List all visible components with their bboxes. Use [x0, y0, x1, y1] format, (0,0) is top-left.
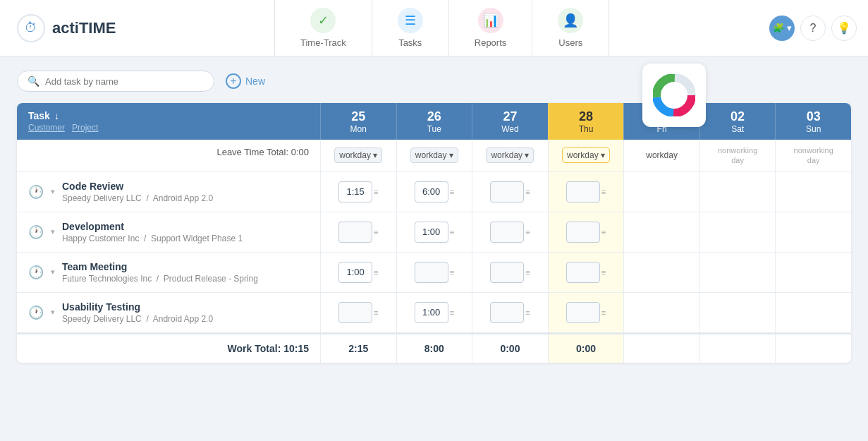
time-cell-3-4: [623, 293, 699, 332]
expand-icon-3-3[interactable]: ≡: [601, 308, 606, 317]
time-cell-2-4: [623, 253, 699, 292]
time-input-3-3[interactable]: [566, 302, 600, 323]
task-clock-2: 🕐: [28, 265, 44, 280]
task-info-2: 🕐 ▾ Team Meeting Future Technologies Inc…: [17, 253, 320, 292]
expand-icon-0-0[interactable]: ≡: [374, 188, 378, 196]
leave-time-row: Leave Time Total: 0:00 workday ▾ workday…: [17, 140, 851, 172]
task-info-0: 🕐 ▾ Code Review Speedy Delivery LLC / An…: [17, 172, 320, 212]
tab-tasks[interactable]: ☰ Tasks: [372, 0, 449, 56]
expand-icon-2-2[interactable]: ≡: [525, 268, 530, 277]
customer-link[interactable]: Customer: [28, 123, 65, 133]
time-cell-2-3: ≡: [548, 253, 624, 292]
time-input-2-3[interactable]: [566, 262, 600, 283]
expand-icon-1-1[interactable]: ≡: [450, 228, 454, 236]
timetrack-table: Task ↓ Customer Project 25 Mon 26 Tue 27…: [17, 103, 851, 363]
time-cell-1-0: ≡: [320, 212, 396, 252]
expand-icon-0-2[interactable]: ≡: [525, 188, 530, 196]
time-cell-0-3: ≡: [548, 172, 624, 212]
task-expand-2[interactable]: ▾: [51, 267, 55, 277]
day-num-0: 25: [351, 109, 365, 124]
expand-icon-1-3[interactable]: ≡: [601, 228, 606, 236]
day-num-2: 27: [503, 109, 517, 124]
leave-cell-4: workday: [623, 140, 699, 171]
pie-chart-decoration: [642, 64, 706, 127]
time-input-0-1[interactable]: [415, 181, 448, 203]
time-input-3-1[interactable]: [415, 302, 448, 323]
expand-icon-2-3[interactable]: ≡: [601, 268, 606, 277]
time-input-0-3[interactable]: [566, 181, 600, 203]
time-cell-1-4: [623, 212, 699, 252]
time-input-2-0[interactable]: [338, 262, 372, 283]
time-input-2-2[interactable]: [490, 262, 524, 283]
leave-cell-6: nonworkingday: [775, 140, 851, 171]
time-input-1-1[interactable]: [415, 222, 448, 243]
table-header: Task ↓ Customer Project 25 Mon 26 Tue 27…: [17, 103, 851, 140]
time-input-1-2[interactable]: [490, 222, 524, 243]
workday-btn-2[interactable]: workday ▾: [486, 147, 534, 163]
tab-users[interactable]: 👤 Users: [532, 0, 609, 56]
expand-icon-1-2[interactable]: ≡: [525, 228, 530, 236]
task-project-0: Speedy Delivery LLC / Android App 2.0: [62, 193, 213, 203]
expand-icon-3-1[interactable]: ≡: [450, 308, 454, 317]
tab-users-label: Users: [558, 37, 582, 48]
expand-icon-1-0[interactable]: ≡: [374, 228, 378, 236]
lightbulb-button[interactable]: 💡: [831, 16, 857, 41]
time-cell-1-3: ≡: [548, 212, 624, 252]
day-col-3: 28 Thu: [548, 103, 624, 140]
nav-tabs: ✓ Time-Track ☰ Tasks 📊 Reports 👤 Users: [275, 0, 758, 56]
time-cell-3-3: ≡: [548, 293, 624, 332]
expand-icon-0-1[interactable]: ≡: [450, 188, 454, 196]
expand-icon-3-0[interactable]: ≡: [374, 308, 378, 317]
time-cell-1-6: [775, 212, 851, 252]
time-input-0-2[interactable]: [490, 181, 524, 203]
expand-icon-2-0[interactable]: ≡: [374, 268, 378, 277]
expand-icon-3-2[interactable]: ≡: [525, 308, 530, 317]
task-name-0: Code Review: [62, 181, 213, 192]
sort-icon[interactable]: ↓: [54, 110, 59, 121]
time-input-0-0[interactable]: [338, 181, 372, 203]
new-task-plus-icon: +: [226, 73, 241, 89]
day-name-5: Sat: [731, 124, 744, 134]
time-input-2-1[interactable]: [415, 262, 448, 283]
logo-icon: ⏱: [17, 14, 45, 42]
time-input-1-3[interactable]: [566, 222, 600, 243]
expand-icon-2-1[interactable]: ≡: [450, 268, 454, 277]
search-input[interactable]: [45, 76, 204, 87]
tab-tasks-label: Tasks: [398, 37, 422, 48]
leave-cell-2: workday ▾: [472, 140, 548, 171]
time-cell-0-5: [699, 172, 776, 212]
task-column-header: Task ↓ Customer Project: [17, 103, 320, 140]
task-expand-1[interactable]: ▾: [51, 227, 55, 236]
time-cell-0-6: [775, 172, 851, 212]
task-expand-3[interactable]: ▾: [51, 308, 55, 317]
task-details-3: Usability Testing Speedy Delivery LLC / …: [62, 301, 213, 324]
time-cell-2-5: [699, 253, 776, 292]
time-input-3-0[interactable]: [338, 302, 372, 323]
day-num-3: 28: [579, 109, 593, 124]
time-input-1-0[interactable]: [338, 222, 372, 243]
new-task-button[interactable]: + New: [226, 73, 265, 89]
task-row-0: 🕐 ▾ Code Review Speedy Delivery LLC / An…: [17, 172, 851, 212]
task-expand-0[interactable]: ▾: [51, 187, 55, 196]
add-button[interactable]: 🧩 ▾: [769, 16, 795, 41]
tasks-icon: ☰: [398, 8, 423, 33]
header-actions: 🧩 ▾ ? 💡: [758, 16, 868, 41]
total-cell-6: [775, 334, 851, 363]
tab-reports[interactable]: 📊 Reports: [449, 0, 533, 56]
workday-btn-0[interactable]: workday ▾: [334, 147, 382, 163]
leave-cell-5: nonworkingday: [699, 140, 776, 171]
workday-btn-1[interactable]: workday ▾: [410, 147, 458, 163]
project-link[interactable]: Project: [72, 123, 98, 133]
search-box[interactable]: 🔍: [17, 71, 214, 92]
task-clock-1: 🕐: [28, 224, 44, 240]
expand-icon-0-3[interactable]: ≡: [601, 188, 606, 196]
time-input-3-2[interactable]: [490, 302, 524, 323]
tab-reports-label: Reports: [475, 37, 507, 48]
tab-time-track[interactable]: ✓ Time-Track: [275, 0, 372, 56]
total-cell-3: 0:00: [548, 334, 624, 363]
workday-btn-3[interactable]: workday ▾: [562, 147, 610, 163]
help-button[interactable]: ?: [800, 16, 826, 41]
task-details-1: Development Happy Customer Inc / Support…: [62, 221, 243, 243]
day-name-1: Tue: [427, 124, 441, 134]
time-cell-3-2: ≡: [472, 293, 548, 332]
